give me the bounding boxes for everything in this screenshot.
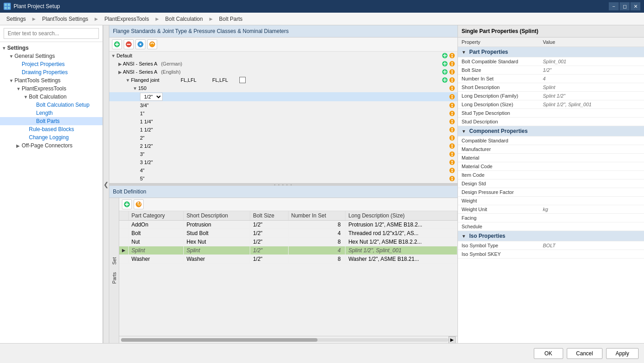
ansi-german-yellow-btn[interactable]: [448, 60, 456, 67]
side-tab-set[interactable]: Set: [111, 254, 118, 269]
restore-button[interactable]: ◻: [620, 2, 630, 10]
menu-bolt-calc[interactable]: Bolt Calculation: [162, 14, 206, 24]
default-add-btn[interactable]: [441, 52, 448, 59]
flanged-add-btn[interactable]: [441, 76, 448, 84]
tree-3h[interactable]: 3 1/2": [109, 158, 457, 166]
tree-ansi-german[interactable]: ▶ ANSI - Series A (German): [109, 60, 457, 68]
p150-yellow-btn[interactable]: [448, 85, 456, 92]
bolt-parts-label[interactable]: Bolt Parts: [36, 118, 60, 124]
flange-tree-scroll[interactable]: ▼ Default ▶ ANSI - Series A (German): [109, 52, 457, 183]
3h-yellow-btn[interactable]: [448, 159, 456, 166]
2-yellow-btn[interactable]: [448, 134, 456, 141]
sidebar-item-project-props[interactable]: ▶ Project Properties: [0, 60, 103, 68]
flange-remove-button[interactable]: [124, 39, 134, 49]
sidebar-collapse-button[interactable]: ❮: [103, 25, 109, 343]
bolt-table-scroll[interactable]: Part Category Short Description Bolt Siz…: [119, 211, 457, 336]
4-yellow-btn[interactable]: [448, 167, 456, 174]
ansi-english-add-btn[interactable]: [441, 68, 448, 75]
sidebar-item-change-log[interactable]: ▶ Change Logging: [0, 133, 103, 141]
tree-flanged-joint[interactable]: ▼ Flanged joint FL,LFL FL,LFL: [109, 76, 457, 84]
svg-point-69: [449, 176, 455, 181]
table-row[interactable]: AddOn Protrusion 1/2" 8 Protrusion 1/2",…: [119, 220, 457, 229]
cancel-button[interactable]: Cancel: [567, 348, 602, 359]
sidebar-item-bolt-calc[interactable]: ▼ Bolt Calculation: [0, 93, 103, 101]
tree-ansi-english[interactable]: ▶ ANSI - Series A (English): [109, 68, 457, 76]
search-input[interactable]: [4, 28, 99, 39]
flange-refresh-button[interactable]: [147, 39, 157, 49]
drawing-properties-label[interactable]: Drawing Properties: [22, 69, 68, 75]
prop-row: Stud Type Description: [458, 109, 644, 118]
bolt-table-hscroll[interactable]: ▶: [119, 336, 457, 343]
flanged-yellow-btn[interactable]: [448, 76, 456, 84]
prop-row: Design Std: [458, 179, 644, 188]
cell-long-desc: Washer 1/2", ASME B18.21...: [345, 255, 457, 263]
tree-half-inch[interactable]: 1/2": [109, 92, 457, 101]
sidebar-item-general[interactable]: ▼ General Settings: [0, 52, 103, 60]
menu-bolt-parts[interactable]: Bolt Parts: [215, 14, 246, 24]
size-2: 2": [140, 135, 448, 141]
1q-yellow-btn[interactable]: [448, 118, 456, 125]
col-short-desc: Short Description: [183, 211, 250, 221]
tree-1h[interactable]: 1 1/2": [109, 126, 457, 134]
flanged-checkbox[interactable]: [239, 77, 246, 83]
3-yellow-btn[interactable]: [448, 151, 456, 158]
flange-add-button[interactable]: [112, 39, 122, 49]
5-yellow-btn[interactable]: [448, 175, 456, 182]
menu-settings[interactable]: Settings: [3, 14, 29, 24]
menu-planttools[interactable]: PlantTools Settings: [38, 14, 92, 24]
apply-button[interactable]: Apply: [606, 348, 639, 359]
sidebar-item-planttools[interactable]: ▼ PlantTools Settings: [0, 76, 103, 85]
size-dropdown[interactable]: 1/2": [140, 93, 163, 101]
table-row-selected[interactable]: ▶ Splint Splint 1/2" 4 Splint 1/2", Spli…: [119, 246, 457, 255]
default-yellow-btn[interactable]: [448, 52, 456, 59]
bolt-add-button[interactable]: [122, 199, 132, 209]
section-part-properties[interactable]: ▼ Part Properties: [458, 47, 644, 57]
1h-yellow-btn[interactable]: [448, 126, 456, 133]
tree-3[interactable]: 3": [109, 150, 457, 158]
tree-5[interactable]: 5": [109, 174, 457, 183]
sidebar-item-settings[interactable]: ▼ Settings: [0, 44, 103, 52]
ok-button[interactable]: OK: [534, 348, 563, 359]
tree-1[interactable]: 1": [109, 109, 457, 118]
ansi-english-yellow-btn[interactable]: [448, 68, 456, 75]
tree-default[interactable]: ▼ Default: [109, 52, 457, 60]
prop-row: Weight: [458, 197, 644, 205]
close-button[interactable]: ✕: [630, 2, 640, 10]
flange-view-button[interactable]: [135, 39, 145, 49]
sidebar-item-drawing-props[interactable]: ▶ Drawing Properties: [0, 68, 103, 76]
change-logging-label[interactable]: Change Logging: [29, 134, 69, 141]
length-label[interactable]: Length: [36, 110, 53, 116]
sidebar-item-length[interactable]: ▶ Length: [0, 109, 103, 117]
tree-4[interactable]: 4": [109, 166, 457, 174]
tree-2h[interactable]: 2 1/2": [109, 142, 457, 150]
table-row[interactable]: Bolt Stud Bolt 1/2" 4 Threaded rod 1/2"x…: [119, 229, 457, 237]
half-yellow-btn[interactable]: [448, 93, 456, 100]
tree-2[interactable]: 2": [109, 134, 457, 142]
sidebar-item-bolt-parts[interactable]: ▶ Bolt Parts: [0, 117, 103, 125]
menu-plantexpress[interactable]: PlantExpressTools: [101, 14, 153, 24]
prop-design-pf-value: [539, 188, 644, 197]
tree-3q[interactable]: 3/4": [109, 101, 457, 109]
bolt-calc-setup-label[interactable]: Bolt Calculation Setup: [36, 102, 89, 108]
table-row[interactable]: Washer Washer 1/2" 8 Washer 1/2", ASME B…: [119, 255, 457, 263]
section-component-properties[interactable]: ▼ Component Properties: [458, 126, 644, 137]
tree-1q[interactable]: 1 1/4": [109, 118, 457, 126]
2h-yellow-btn[interactable]: [448, 142, 456, 150]
3q-yellow-btn[interactable]: [448, 102, 456, 109]
section-iso-properties[interactable]: ▼ Iso Properties: [458, 231, 644, 241]
bolt-refresh-button[interactable]: ↻: [134, 199, 144, 209]
minimize-button[interactable]: −: [609, 2, 619, 10]
tree-150[interactable]: ▼ 150: [109, 84, 457, 92]
table-row[interactable]: Nut Hex Nut 1/2" 8 Hex Nut 1/2", ASME B1…: [119, 237, 457, 246]
rule-blocks-label[interactable]: Rule-based Blocks: [29, 126, 74, 132]
ansi-german-add-btn[interactable]: [441, 60, 448, 67]
side-tab-parts[interactable]: Parts: [111, 269, 118, 288]
prop-stud-type-label: Stud Type Description: [458, 109, 539, 118]
sidebar-item-bc-setup[interactable]: ▶ Bolt Calculation Setup: [0, 101, 103, 109]
1-yellow-btn[interactable]: [448, 110, 456, 117]
hscroll-right-btn[interactable]: ▶: [448, 336, 456, 344]
project-properties-label[interactable]: Project Properties: [22, 61, 65, 67]
sidebar-item-rule-blocks[interactable]: ▶ Rule-based Blocks: [0, 125, 103, 133]
sidebar-item-off-page[interactable]: ▶ Off-Page Connectors: [0, 141, 103, 150]
sidebar-item-plantexpress[interactable]: ▼ PlantExpressTools: [0, 85, 103, 93]
